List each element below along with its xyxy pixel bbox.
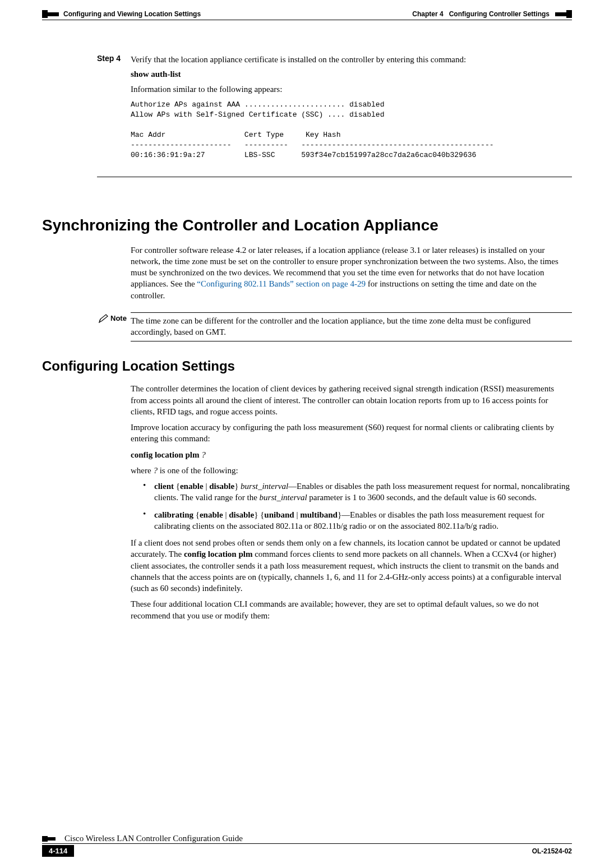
sync-paragraph: For controller software release 4.2 or l…	[131, 244, 572, 301]
header-section-title: Configuring and Viewing Location Setting…	[63, 10, 201, 18]
step-4-output: Authorize APs against AAA ..............…	[131, 100, 572, 161]
step-4-row: Step 4 Verify that the location applianc…	[97, 54, 572, 167]
page-number-badge: 4-114	[42, 845, 74, 857]
bullet-text-span: |	[294, 510, 301, 519]
step-4-label: Step 4	[97, 54, 131, 167]
bullet-bold: disable	[229, 510, 254, 519]
bullet-marker-icon: •	[143, 481, 154, 504]
list-item: • client {enable | disable} burst_interv…	[143, 481, 572, 504]
locset-para3: If a client does not send probes often o…	[131, 537, 572, 594]
bullet-bold: client	[154, 482, 174, 491]
bullet-list: • client {enable | disable} burst_interv…	[143, 481, 572, 532]
bullet-bold: disable	[209, 482, 234, 491]
locset-para1: The controller determines the location o…	[131, 383, 572, 417]
bullet-bold: calibrating	[154, 510, 193, 519]
locset-command-prefix: config location plm	[131, 450, 201, 459]
locset-where-prefix: where	[131, 466, 153, 475]
step-end-rule	[97, 177, 572, 177]
locset-where-arg: ?	[153, 466, 158, 475]
note-block: Note The time zone can be different for …	[98, 312, 572, 342]
bullet-text-span: |	[204, 482, 210, 491]
page-header: Configuring and Viewing Location Setting…	[42, 0, 572, 20]
locset-heading: Configuring Location Settings	[42, 358, 572, 374]
locset-command-arg: ?	[201, 450, 206, 459]
step-4-text: Verify that the location appliance certi…	[131, 54, 572, 65]
bullet-text-span: {	[174, 482, 180, 491]
bullet-marker-icon: •	[143, 509, 154, 532]
bullet-text-span: {	[193, 510, 200, 519]
locset-command: config location plm ?	[131, 449, 572, 460]
bullet-text-span: |	[223, 510, 229, 519]
bullet-bold: enable	[200, 510, 223, 519]
header-marker-left-icon	[42, 10, 59, 18]
bullet-bold: enable	[180, 482, 204, 491]
bullet-text-span: } {	[254, 510, 264, 519]
locset-para2: Improve location accuracy by configuring…	[131, 422, 572, 445]
bullet-text-span: parameter is 1 to 3600 seconds, and the …	[307, 493, 537, 502]
step-4-command: show auth-list	[131, 70, 572, 79]
locset-para3-b: config location plm	[184, 550, 253, 558]
bullet-italic: burst_interval	[241, 482, 288, 491]
locset-where: where ? is one of the following:	[131, 465, 572, 476]
sync-link[interactable]: “Configuring 802.11 Bands” section on pa…	[197, 279, 366, 288]
header-marker-right-icon	[555, 10, 572, 18]
page-footer: Cisco Wireless LAN Controller Configurat…	[42, 834, 572, 857]
note-label: Note	[110, 312, 131, 322]
note-text: The time zone can be different for the c…	[131, 315, 572, 338]
footer-rule	[42, 843, 572, 844]
step-4-info: Information similar to the following app…	[131, 84, 572, 95]
bullet-bold: multiband	[300, 510, 338, 519]
bullet-bold: uniband	[264, 510, 294, 519]
locset-where-suffix: is one of the following:	[158, 466, 238, 475]
sync-heading: Synchronizing the Controller and Locatio…	[42, 216, 572, 234]
note-rule-bottom	[131, 341, 572, 341]
footer-doc-id: OL-21524-02	[532, 847, 572, 855]
pencil-icon	[98, 312, 110, 326]
locset-para4: These four additional location CLI comma…	[131, 598, 572, 621]
header-chapter-title: Configuring Controller Settings	[449, 10, 550, 18]
list-item: • calibrating {enable | disable} {uniban…	[143, 509, 572, 532]
bullet-text-span: }	[234, 482, 241, 491]
header-chapter-label: Chapter 4	[412, 10, 443, 18]
bullet-italic: burst_interval	[260, 493, 307, 502]
footer-marker-left-icon	[42, 836, 56, 842]
footer-doc-title: Cisco Wireless LAN Controller Configurat…	[60, 834, 572, 843]
note-rule-top	[131, 312, 572, 313]
